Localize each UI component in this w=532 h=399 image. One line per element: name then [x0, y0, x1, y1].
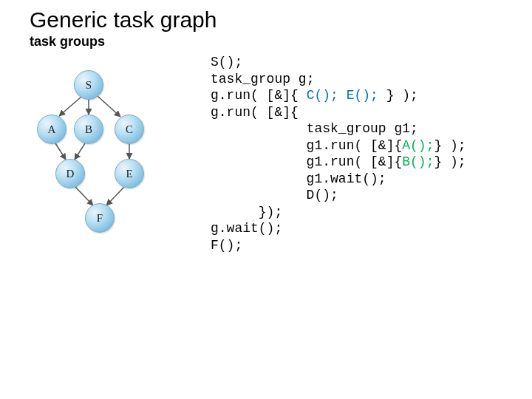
svg-line-4: [75, 143, 85, 160]
task-graph-diagram: S A B C D E F: [30, 55, 181, 248]
code-line-11: g.wait();: [211, 221, 282, 236]
code-line-4: g.run( [&]{: [211, 105, 299, 120]
code-line-6-c: } );: [434, 138, 466, 153]
code-line-5-c: g1;: [386, 121, 418, 136]
svg-line-6: [75, 187, 93, 205]
code-line-1: S();: [211, 55, 242, 69]
code-line-2-rest: g;: [290, 72, 314, 86]
graph-node-s: S: [74, 70, 103, 100]
graph-node-f: F: [85, 203, 115, 233]
code-line-6-a-call: A();: [402, 138, 434, 153]
code-line-7-c: } );: [434, 154, 466, 169]
code-line-10: });: [211, 205, 282, 219]
code-line-5-type: task_group: [307, 121, 386, 136]
svg-line-2: [98, 96, 120, 117]
svg-line-7: [106, 187, 124, 205]
slide: Generic task graph task groups: [0, 0, 532, 399]
graph-node-b: B: [74, 115, 103, 144]
code-line-7-a: g1.run( [&]{: [211, 154, 402, 169]
slide-subtitle: task groups: [30, 34, 532, 50]
content-row: S A B C D E F S(); task_group g; g.run( …: [30, 55, 532, 253]
code-line-9: D();: [211, 188, 338, 202]
code-line-12: F();: [211, 238, 242, 253]
code-line-3-e: } );: [378, 88, 418, 103]
graph-node-e: E: [115, 159, 144, 188]
slide-title: Generic task graph: [30, 7, 532, 33]
graph-node-a: A: [37, 115, 66, 144]
code-line-5-a: [211, 121, 307, 136]
code-line-7-b-call: B();: [402, 154, 434, 169]
code-line-2-type: task_group: [211, 72, 290, 86]
code-line-3-c: [338, 88, 347, 103]
code-line-3-a: g.run( [&]{: [211, 88, 307, 103]
code-line-3-e-call: E();: [347, 88, 378, 103]
graph-node-c: C: [115, 115, 144, 144]
code-listing: S(); task_group g; g.run( [&]{ C(); E();…: [211, 54, 466, 253]
code-line-6-a: g1.run( [&]{: [211, 138, 402, 153]
graph-node-d: D: [55, 159, 85, 188]
code-line-3-c-call: C();: [307, 88, 338, 103]
svg-line-3: [55, 143, 66, 160]
code-line-8: g1.wait();: [211, 171, 386, 186]
svg-line-0: [59, 97, 81, 116]
